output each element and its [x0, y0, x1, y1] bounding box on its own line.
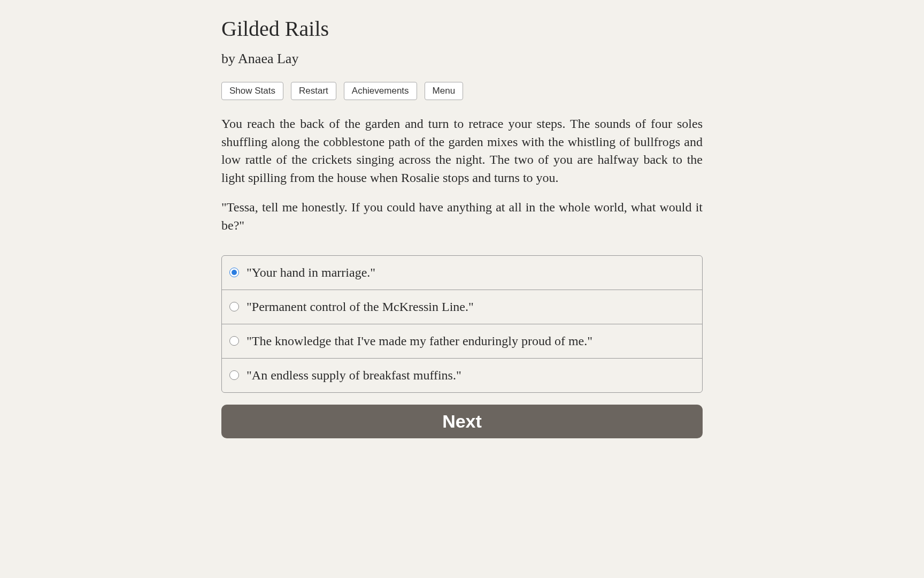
choice-option[interactable]: "Permanent control of the McKressin Line… [222, 290, 702, 324]
radio-icon [229, 268, 239, 277]
radio-icon [229, 336, 239, 346]
story-paragraph: You reach the back of the garden and tur… [221, 115, 703, 187]
choice-label: "Permanent control of the McKressin Line… [247, 300, 474, 314]
radio-icon [229, 302, 239, 311]
choice-label: "An endless supply of breakfast muffins.… [247, 368, 461, 383]
choice-label: "The knowledge that I've made my father … [247, 334, 592, 348]
choice-label: "Your hand in marriage." [247, 265, 375, 280]
author-byline: by Anaea Lay [221, 51, 703, 67]
achievements-button[interactable]: Achievements [344, 82, 417, 100]
menu-button[interactable]: Menu [425, 82, 464, 100]
choice-option[interactable]: "Your hand in marriage." [222, 256, 702, 290]
choice-option[interactable]: "An endless supply of breakfast muffins.… [222, 359, 702, 392]
main-container: Gilded Rails by Anaea Lay Show Stats Res… [221, 0, 703, 460]
choices-list: "Your hand in marriage." "Permanent cont… [221, 255, 703, 393]
radio-icon [229, 370, 239, 380]
story-paragraph: "Tessa, tell me honestly. If you could h… [221, 199, 703, 234]
toolbar: Show Stats Restart Achievements Menu [221, 82, 703, 100]
page-title: Gilded Rails [221, 16, 703, 41]
restart-button[interactable]: Restart [291, 82, 336, 100]
next-button[interactable]: Next [221, 405, 703, 438]
show-stats-button[interactable]: Show Stats [221, 82, 283, 100]
choice-option[interactable]: "The knowledge that I've made my father … [222, 324, 702, 359]
